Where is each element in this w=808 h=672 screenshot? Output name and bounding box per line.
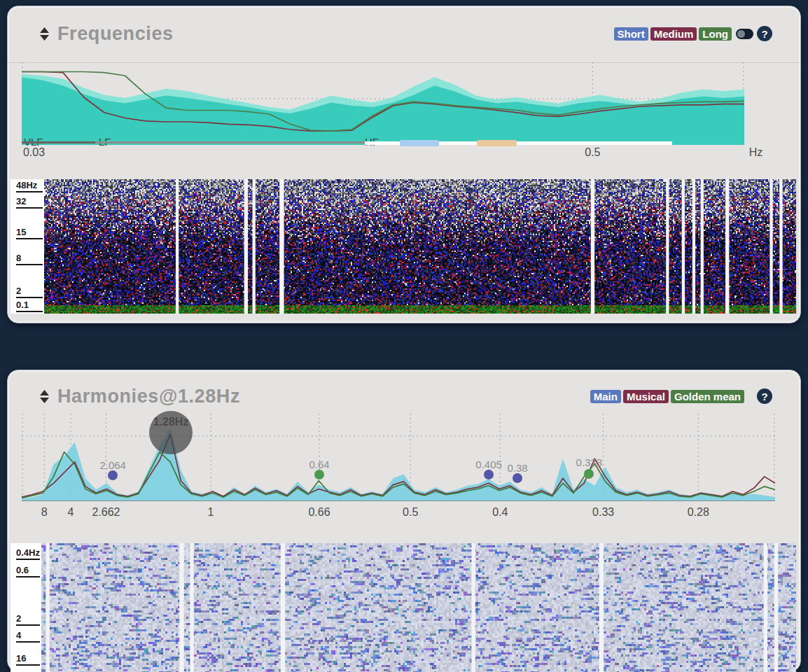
harmonic-marker-label: 1.28Hz	[153, 416, 189, 428]
harmonics-x-axis: 842.66210.660.50.40.330.28	[22, 506, 775, 523]
harmonic-marker-0.38[interactable]	[513, 473, 522, 483]
x-tick-1: 1	[208, 506, 214, 519]
panel-title: Harmonies@1.28Hz	[57, 386, 240, 407]
spectrogram-y-axis: 48Hz3215820.1	[11, 179, 44, 314]
legend-badge-main[interactable]: Main	[590, 390, 621, 403]
band-range-bar	[95, 141, 365, 144]
panel-title: Frequencies	[57, 23, 174, 45]
harmonic-marker-label: 0.64	[309, 458, 329, 470]
band-range-bar	[22, 141, 95, 144]
triangle-down-icon	[40, 35, 49, 41]
help-button[interactable]: ?	[757, 26, 772, 41]
band-highlight-chip[interactable]	[400, 140, 440, 146]
x-tick-2.662: 2.662	[92, 506, 120, 519]
x-tick-0.4: 0.4	[492, 506, 508, 519]
legend-badge-musical[interactable]: Musical	[623, 390, 669, 403]
legend-badge-short[interactable]: Short	[614, 27, 648, 41]
harmonic-marker-0.405[interactable]	[484, 470, 494, 479]
spectrogram-y-tick-2: 2	[16, 286, 43, 298]
spectrogram-y-tick-32: 32	[16, 196, 43, 209]
collapse-expand-icon[interactable]	[40, 27, 49, 41]
collapse-expand-icon[interactable]	[40, 390, 49, 403]
x-tick-Hz: Hz	[749, 146, 763, 159]
spectrogram-y-tick-4: 4	[16, 630, 40, 643]
spectrogram-y-tick-16: 16	[16, 653, 40, 666]
frequency-chart[interactable]: VLFLFHF	[22, 68, 744, 145]
harmonic-marker-0.333[interactable]	[584, 469, 594, 479]
harmonic-marker-label: 0.38	[507, 462, 527, 474]
legend-badge-golden-mean[interactable]: Golden mean	[671, 390, 744, 403]
header-divider	[8, 62, 800, 63]
x-tick-0.03: 0.03	[23, 146, 45, 159]
frequencies-header: Frequencies ShortMediumLong ?	[8, 6, 800, 61]
x-tick-0.5: 0.5	[585, 146, 600, 159]
harmonic-marker-label: 2.064	[99, 459, 126, 471]
harmonics-spectrogram[interactable]	[41, 543, 796, 672]
x-tick-0.5: 0.5	[403, 506, 418, 519]
spectrogram-y-tick-0.1: 0.1	[16, 300, 43, 312]
frequency-x-axis: 0.030.5Hz	[22, 146, 792, 163]
spectrogram-y-axis: 0.4Hz0.62416	[11, 543, 41, 672]
harmonic-marker-0.64[interactable]	[314, 470, 324, 479]
harmonies-legend: MainMusicalGolden mean	[590, 390, 744, 403]
x-tick-0.28: 0.28	[688, 506, 709, 519]
legend-toggle[interactable]	[736, 29, 753, 39]
harmonic-marker-label: 0.333	[576, 456, 602, 468]
legend-badge-medium[interactable]: Medium	[650, 27, 697, 41]
frequency-spectrogram[interactable]	[44, 179, 796, 314]
x-tick-4: 4	[67, 506, 74, 519]
spectrogram-y-tick-2: 2	[16, 613, 40, 626]
spectrogram-y-tick-0.6: 0.6	[16, 565, 40, 578]
spectrogram-y-tick-0.4Hz: 0.4Hz	[16, 547, 40, 560]
triangle-up-icon	[40, 390, 49, 396]
harmonic-marker-2.064[interactable]	[108, 470, 118, 480]
spectrogram-y-tick-8: 8	[16, 253, 43, 265]
app-background: { "page": { "bg": "#16273c" }, "frequenc…	[0, 0, 808, 672]
band-labels: VLFLFHF	[22, 68, 744, 145]
harmonic-marker-label: 0.405	[475, 458, 502, 470]
harmonies-header: Harmonies@1.28Hz MainMusicalGolden mean …	[8, 370, 800, 422]
x-tick-0.66: 0.66	[308, 506, 330, 519]
frequencies-panel: Frequencies ShortMediumLong ? VLFLFHF 0.…	[7, 6, 801, 323]
x-tick-8: 8	[41, 506, 48, 519]
band-highlight-chip[interactable]	[477, 140, 517, 146]
spectrogram-y-tick-15: 15	[16, 227, 43, 239]
triangle-down-icon	[40, 398, 49, 403]
frequencies-legend: ShortMediumLong	[614, 27, 732, 41]
legend-badge-long[interactable]: Long	[699, 27, 732, 41]
harmonies-panel: Harmonies@1.28Hz MainMusicalGolden mean …	[7, 370, 801, 672]
help-button[interactable]: ?	[757, 388, 772, 404]
harmonic-markers: 1.28Hz2.0640.640.4050.380.333	[22, 419, 775, 501]
triangle-up-icon	[40, 27, 49, 33]
x-tick-0.33: 0.33	[592, 506, 614, 519]
spectrogram-y-tick-48Hz: 48Hz	[16, 180, 43, 192]
harmonics-chart[interactable]: 1.28Hz2.0640.640.4050.380.333	[22, 419, 775, 501]
